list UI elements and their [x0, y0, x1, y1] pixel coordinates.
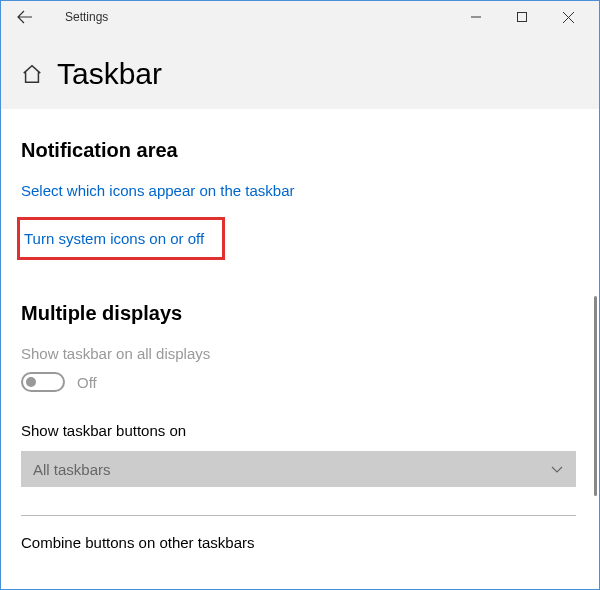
- toggle-row-show-all-displays: Off: [21, 372, 579, 392]
- toggle-knob: [26, 377, 36, 387]
- minimize-button[interactable]: [453, 1, 499, 33]
- dropdown-value: All taskbars: [33, 461, 111, 478]
- home-icon: [21, 63, 43, 85]
- minimize-icon: [471, 12, 481, 22]
- label-show-taskbar-all-displays: Show taskbar on all displays: [21, 345, 579, 362]
- section-notification-area-title: Notification area: [21, 139, 579, 162]
- close-button[interactable]: [545, 1, 591, 33]
- maximize-icon: [517, 12, 527, 22]
- window-title: Settings: [65, 10, 108, 24]
- content-area: Notification area Select which icons app…: [1, 109, 599, 551]
- maximize-button[interactable]: [499, 1, 545, 33]
- chevron-down-icon: [550, 462, 564, 476]
- link-select-taskbar-icons[interactable]: Select which icons appear on the taskbar: [21, 182, 579, 199]
- back-button[interactable]: [9, 1, 41, 33]
- titlebar: Settings: [1, 1, 599, 33]
- window-controls: [453, 1, 591, 33]
- page-title: Taskbar: [57, 57, 162, 91]
- dropdown-show-buttons-on[interactable]: All taskbars: [21, 451, 576, 487]
- label-show-taskbar-buttons-on: Show taskbar buttons on: [21, 422, 579, 439]
- highlight-box: Turn system icons on or off: [17, 217, 225, 260]
- label-combine-buttons: Combine buttons on other taskbars: [21, 534, 579, 551]
- link-system-icons-onoff[interactable]: Turn system icons on or off: [24, 230, 204, 247]
- close-icon: [563, 12, 574, 23]
- scrollbar[interactable]: [594, 296, 597, 496]
- divider: [21, 515, 576, 516]
- section-multiple-displays-title: Multiple displays: [21, 302, 579, 325]
- toggle-show-all-displays[interactable]: [21, 372, 65, 392]
- page-header: Taskbar: [1, 33, 599, 109]
- arrow-left-icon: [17, 9, 33, 25]
- svg-rect-1: [518, 13, 527, 22]
- toggle-state-label: Off: [77, 374, 97, 391]
